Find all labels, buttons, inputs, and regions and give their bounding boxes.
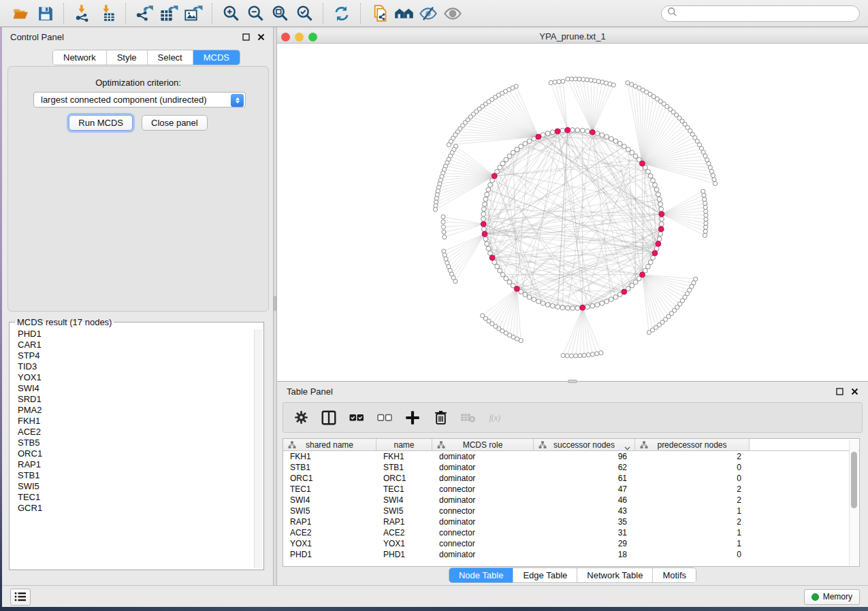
- cell-name[interactable]: SWI4: [376, 495, 432, 506]
- cell-MCDS-role[interactable]: connector: [432, 484, 534, 495]
- table-row[interactable]: SWI5SWI5connector431: [283, 506, 859, 516]
- tab-network-table[interactable]: Network Table: [577, 568, 653, 582]
- cell-name[interactable]: TEC1: [376, 484, 432, 495]
- cell-shared-name[interactable]: STB1: [283, 462, 376, 473]
- network-window-titlebar[interactable]: YPA_prune.txt_1: [277, 30, 868, 44]
- cell-MCDS-role[interactable]: dominator: [432, 516, 534, 527]
- close-panel-button[interactable]: Close panel: [142, 115, 208, 131]
- cell-predecessor-nodes[interactable]: 1: [635, 527, 750, 538]
- table-row[interactable]: ORC1ORC1dominator610: [283, 473, 859, 484]
- cell-MCDS-role[interactable]: dominator: [432, 495, 534, 506]
- cell-MCDS-role[interactable]: dominator: [432, 549, 534, 560]
- cell-predecessor-nodes[interactable]: 1: [635, 538, 750, 549]
- cell-name[interactable]: ACE2: [376, 527, 432, 538]
- refresh-layout-icon[interactable]: [329, 3, 354, 24]
- splitter-grip[interactable]: [274, 296, 276, 311]
- mcds-result-item[interactable]: TEC1: [18, 492, 263, 503]
- cell-successor-nodes[interactable]: 46: [534, 495, 635, 506]
- run-mcds-button[interactable]: Run MCDS: [69, 115, 133, 131]
- close-window-icon[interactable]: [281, 33, 290, 42]
- cell-shared-name[interactable]: ORC1: [283, 473, 376, 484]
- clone-network-icon[interactable]: [367, 3, 391, 24]
- table-row[interactable]: STB1STB1dominator620: [283, 462, 859, 473]
- cell-shared-name[interactable]: FKH1: [283, 451, 376, 462]
- cell-name[interactable]: YOX1: [376, 538, 432, 549]
- cell-shared-name[interactable]: SWI5: [283, 506, 376, 516]
- zoom-selected-icon[interactable]: [292, 3, 317, 24]
- table-row[interactable]: SWI4SWI4dominator462: [283, 495, 859, 506]
- zoom-out-icon[interactable]: [243, 3, 268, 24]
- cell-successor-nodes[interactable]: 47: [534, 484, 635, 495]
- cell-predecessor-nodes[interactable]: 2: [635, 451, 750, 462]
- cell-successor-nodes[interactable]: 29: [534, 538, 635, 549]
- table-scrollbar-thumb[interactable]: [851, 452, 857, 508]
- column-header-shared-name[interactable]: shared name: [283, 439, 376, 450]
- cell-MCDS-role[interactable]: connector: [432, 506, 534, 516]
- network-canvas[interactable]: [277, 44, 868, 381]
- cell-name[interactable]: FKH1: [376, 451, 432, 462]
- table-row[interactable]: RAP1RAP1dominator352: [283, 516, 859, 527]
- cell-shared-name[interactable]: PHD1: [283, 549, 376, 560]
- show-graphics-details-icon[interactable]: [440, 3, 465, 24]
- minimize-window-icon[interactable]: [295, 33, 304, 42]
- tab-node-table[interactable]: Node Table: [449, 568, 514, 582]
- task-history-button[interactable]: [10, 589, 31, 606]
- export-image-icon[interactable]: [181, 3, 206, 24]
- cell-name[interactable]: SWI5: [376, 506, 432, 516]
- cell-successor-nodes[interactable]: 18: [534, 549, 635, 560]
- cell-predecessor-nodes[interactable]: 1: [635, 506, 750, 516]
- mcds-result-item[interactable]: YOX1: [18, 372, 263, 383]
- import-table-icon[interactable]: [95, 3, 119, 24]
- cell-predecessor-nodes[interactable]: 2: [635, 516, 750, 527]
- mcds-result-item[interactable]: GCR1: [18, 503, 263, 514]
- cell-predecessor-nodes[interactable]: 0: [635, 462, 750, 473]
- mcds-result-item[interactable]: STB1: [18, 470, 263, 481]
- cell-shared-name[interactable]: YOX1: [283, 538, 376, 549]
- tab-edge-table[interactable]: Edge Table: [513, 568, 577, 582]
- cell-name[interactable]: ORC1: [376, 473, 432, 484]
- float-table-panel-icon[interactable]: [835, 388, 843, 396]
- cell-shared-name[interactable]: ACE2: [283, 527, 376, 538]
- export-network-icon[interactable]: [132, 3, 157, 24]
- cell-shared-name[interactable]: SWI4: [283, 495, 376, 506]
- maximize-window-icon[interactable]: [308, 33, 317, 42]
- mcds-result-item[interactable]: STB5: [18, 437, 263, 448]
- mcds-result-item[interactable]: SWI5: [18, 481, 263, 492]
- mcds-result-item[interactable]: CAR1: [18, 340, 263, 350]
- mcds-result-item[interactable]: TID3: [18, 361, 263, 372]
- select-all-icon[interactable]: [349, 410, 365, 426]
- delete-row-icon[interactable]: [432, 410, 449, 426]
- table-row[interactable]: PHD1PHD1dominator180: [283, 549, 859, 560]
- table-row[interactable]: TEC1TEC1connector472: [283, 484, 859, 495]
- cell-name[interactable]: RAP1: [376, 516, 432, 527]
- save-icon[interactable]: [33, 3, 57, 24]
- column-header-successor-nodes[interactable]: successor nodes: [534, 439, 635, 450]
- cell-successor-nodes[interactable]: 96: [534, 451, 635, 462]
- cell-successor-nodes[interactable]: 62: [534, 462, 635, 473]
- tab-style[interactable]: Style: [107, 50, 148, 65]
- cell-MCDS-role[interactable]: connector: [432, 527, 534, 538]
- mcds-result-item[interactable]: STP4: [18, 350, 263, 361]
- mcds-result-item[interactable]: PMA2: [18, 405, 263, 416]
- import-network-icon[interactable]: [70, 3, 95, 24]
- cell-MCDS-role[interactable]: dominator: [432, 462, 534, 473]
- mcds-result-item[interactable]: PHD1: [18, 329, 263, 340]
- deselect-all-icon[interactable]: [376, 410, 393, 426]
- cell-MCDS-role[interactable]: dominator: [432, 451, 534, 462]
- cell-predecessor-nodes[interactable]: 0: [635, 473, 750, 484]
- cell-name[interactable]: STB1: [376, 462, 432, 473]
- zoom-in-icon[interactable]: [219, 3, 243, 24]
- cell-shared-name[interactable]: RAP1: [283, 516, 376, 527]
- close-table-panel-icon[interactable]: [850, 388, 858, 396]
- cell-name[interactable]: PHD1: [376, 549, 432, 560]
- table-scrollbar[interactable]: [849, 440, 858, 565]
- function-builder-icon[interactable]: f(x): [488, 410, 504, 426]
- zoom-fit-icon[interactable]: [268, 3, 292, 24]
- tab-select[interactable]: Select: [148, 50, 193, 65]
- cell-predecessor-nodes[interactable]: 2: [635, 484, 750, 495]
- tab-motifs[interactable]: Motifs: [653, 568, 696, 582]
- table-row[interactable]: YOX1YOX1connector291: [283, 538, 859, 549]
- open-icon[interactable]: [8, 3, 33, 24]
- add-row-icon[interactable]: [404, 410, 421, 426]
- hide-graphics-details-icon[interactable]: [416, 3, 440, 24]
